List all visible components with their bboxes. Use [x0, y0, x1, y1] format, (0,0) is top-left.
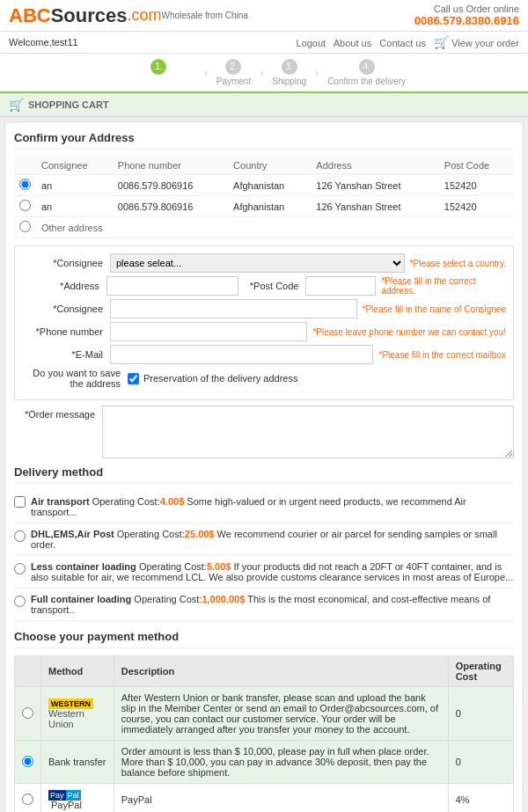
step-1-label: Confirm the orders	[122, 77, 195, 86]
delivery-lcl-radio[interactable]	[14, 563, 26, 574]
step-arrow-3: ›	[315, 67, 319, 79]
step-4: 4. Confirm the delivery	[320, 59, 413, 86]
payment-row-wu: WESTERN Western Union After Western Unio…	[15, 687, 514, 741]
payment-col-desc: Description	[114, 656, 448, 687]
col-post: Post Code	[439, 157, 514, 175]
payment-row-bt: Bank transfer Order amount is less than …	[15, 741, 514, 784]
step-1: 1. Confirm the orders	[115, 59, 202, 86]
wu-desc-cell: After Western Union or bank transfer, pl…	[114, 687, 448, 741]
other-address-cell[interactable]: Other address	[36, 217, 514, 238]
bt-radio-cell[interactable]	[15, 741, 41, 784]
consignee2-input[interactable]	[110, 299, 357, 318]
phone-input[interactable]	[110, 322, 307, 341]
delivery-lcl-name: Less container loading	[31, 561, 136, 572]
pp-method-cell: PayPal PayPal	[41, 784, 114, 813]
welcome-text: Welcome,test11	[9, 37, 78, 48]
pp-radio-cell[interactable]	[15, 784, 41, 813]
consignee2-label: *Consignee	[22, 304, 110, 314]
payment-section: Choose your payment method Method Descri…	[14, 630, 514, 812]
delivery-fcl-cost-label: Operating Cost:	[134, 594, 202, 604]
addr-address-2: 126 Yanshan Street	[311, 196, 438, 217]
consignee-select[interactable]: please seleat...	[110, 253, 405, 273]
address-radio-2[interactable]	[19, 200, 31, 211]
delivery-fcl-radio[interactable]	[14, 596, 26, 607]
step-1-num: 1.	[150, 59, 166, 75]
wu-radio[interactable]	[22, 707, 33, 719]
email-hint: *Please fill in the correct mailbox	[378, 350, 506, 360]
preservation-text: Preservation of the delivery address	[143, 373, 297, 384]
payment-title: Choose your payment method	[14, 630, 514, 648]
addr-consignee-1: an	[36, 175, 113, 196]
cart-icon: 🛒	[434, 35, 449, 49]
col-country: Country	[228, 157, 311, 175]
form-row-consignee: *Consignee please seleat... *Please sele…	[22, 253, 506, 273]
bt-cost-cell: 0	[448, 741, 513, 784]
ordermsg-label: *Order message	[14, 406, 102, 420]
wu-name: Western Union	[48, 708, 84, 729]
delivery-air-cost: 4.00$	[160, 496, 185, 507]
step-arrow-2: ›	[260, 67, 263, 79]
payment-table: Method Description Operating Cost WESTER…	[14, 655, 514, 812]
delivery-dhl-cost-label: Operating Cost:	[117, 529, 185, 539]
address-radio-other[interactable]	[19, 221, 31, 232]
email-input[interactable]	[110, 345, 373, 364]
delivery-fcl-name: Full container loading	[31, 594, 131, 604]
step-2-num: 2.	[225, 59, 241, 75]
postcode-label: *Post Code	[238, 281, 306, 291]
bt-radio[interactable]	[22, 756, 33, 767]
form-row-email: *E-Mail *Please fill in the correct mail…	[22, 345, 506, 364]
save-checkbox[interactable]	[128, 373, 139, 384]
nav-links: Logout About us Contact us 🛒 View your o…	[297, 35, 519, 49]
radio-cell-2[interactable]	[14, 196, 36, 217]
consignee-label: *Consignee	[22, 258, 110, 268]
address-table: Consignee Phone number Country Address P…	[14, 157, 514, 238]
radio-cell-other[interactable]	[14, 217, 36, 238]
payment-col-cost: Operating Cost	[448, 656, 513, 687]
cart-icon-bar: 🛒	[9, 98, 24, 112]
payment-col-select	[15, 656, 41, 687]
step-arrow-1: ›	[204, 67, 208, 79]
bt-name: Bank transfer	[48, 757, 106, 767]
pp-radio[interactable]	[22, 794, 33, 805]
address-radio-1[interactable]	[19, 179, 31, 190]
address-section: Confirm your Address Consignee Phone num…	[14, 131, 514, 458]
step-4-label: Confirm the delivery	[327, 77, 406, 86]
logo-abc: ABC	[9, 4, 51, 27]
wu-radio-cell[interactable]	[15, 687, 41, 741]
address-input[interactable]	[106, 276, 238, 296]
addr-address-1: 126 Yanshan Street	[311, 175, 438, 196]
step-3-num: 3.	[282, 59, 297, 75]
nav-logout[interactable]: Logout	[297, 38, 326, 48]
save-label: Do you want to save the address	[22, 368, 128, 389]
addr-phone-2: 0086.579.806916	[113, 196, 228, 217]
pp-name: PayPal	[51, 800, 82, 810]
payment-col-method: Method	[41, 656, 114, 687]
nav-about[interactable]: About us	[334, 38, 371, 48]
postcode-input[interactable]	[305, 276, 376, 296]
logo: ABCSources.com Wholesale from China	[9, 4, 248, 27]
form-row-consignee2: *Consignee *Please fill in the name of C…	[22, 299, 506, 318]
other-address-label[interactable]: Other address	[41, 223, 103, 233]
delivery-air-checkbox[interactable]	[14, 496, 26, 508]
other-address-row[interactable]: Other address	[14, 217, 514, 238]
delivery-dhl-radio[interactable]	[14, 530, 26, 542]
delivery-air-name: Air transport	[31, 496, 90, 507]
delivery-title: Delivery method	[14, 465, 514, 484]
logo-sources: Sources	[51, 4, 128, 27]
payment-row-pp: PayPal PayPal PayPal 4%	[15, 784, 514, 813]
radio-cell-1[interactable]	[14, 175, 36, 196]
bt-desc-cell: Order amount is less than $ 10,000, plea…	[114, 741, 448, 784]
col-phone: Phone number	[113, 157, 228, 175]
ordermsg-textarea[interactable]	[102, 406, 514, 458]
form-row-address: *Address *Post Code *Please fill in the …	[22, 276, 506, 296]
col-select	[14, 157, 36, 175]
pp-cost-cell: 4%	[448, 784, 513, 813]
phone-hint: *Please leave phone number we can contac…	[312, 327, 506, 337]
email-label: *E-Mail	[22, 349, 110, 360]
logo-subtitle: Wholesale from China	[162, 11, 248, 20]
delivery-fcl-cost: 1,000.00$	[202, 594, 245, 604]
consignee2-hint: *Please fill in the name of Consignee	[363, 304, 506, 314]
nav-vieworder[interactable]: View your order	[451, 38, 519, 48]
nav-contact[interactable]: Contact us	[379, 38, 426, 48]
step-2-label: Payment	[216, 77, 251, 86]
